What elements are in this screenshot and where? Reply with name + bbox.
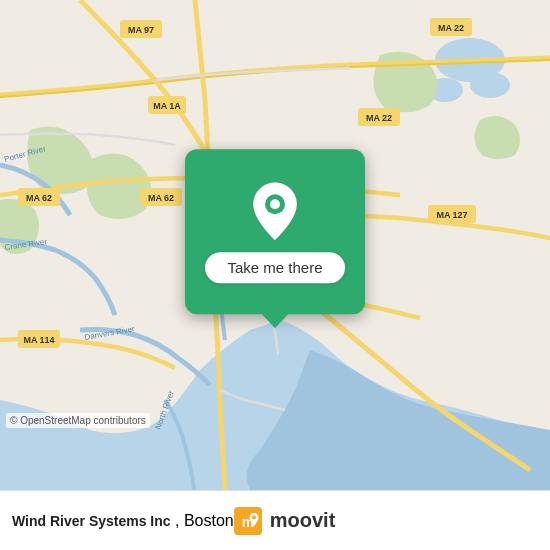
popup-overlay: Take me there — [185, 149, 365, 314]
svg-text:MA 97: MA 97 — [128, 25, 154, 35]
svg-point-31 — [252, 515, 256, 519]
popup-card: Take me there — [185, 149, 365, 314]
location-pin-icon — [249, 180, 301, 242]
svg-text:MA 62: MA 62 — [26, 193, 52, 203]
moovit-logo: m moovit — [234, 507, 336, 535]
place-city: Boston — [184, 512, 234, 529]
svg-text:MA 114: MA 114 — [23, 335, 54, 345]
svg-point-2 — [470, 72, 510, 98]
osm-credit: © OpenStreetMap contributors — [6, 413, 150, 428]
take-me-there-button[interactable]: Take me there — [205, 252, 344, 283]
moovit-icon: m — [234, 507, 262, 535]
bottom-bar: Wind River Systems Inc , Boston m moovit — [0, 490, 550, 550]
svg-point-28 — [270, 199, 280, 209]
svg-text:MA 1A: MA 1A — [153, 101, 181, 111]
svg-text:MA 22: MA 22 — [366, 113, 392, 123]
svg-text:MA 62: MA 62 — [148, 193, 174, 203]
svg-text:MA 22: MA 22 — [438, 23, 464, 33]
map-container: MA 97 MA 22 MA 62 MA 1A MA 22 MA 62 MA 1… — [0, 0, 550, 490]
moovit-text: moovit — [270, 509, 336, 532]
place-info: Wind River Systems Inc , Boston — [12, 512, 234, 530]
place-city-separator: , — [175, 512, 184, 529]
place-name: Wind River Systems Inc — [12, 513, 171, 529]
svg-text:MA 127: MA 127 — [436, 210, 467, 220]
